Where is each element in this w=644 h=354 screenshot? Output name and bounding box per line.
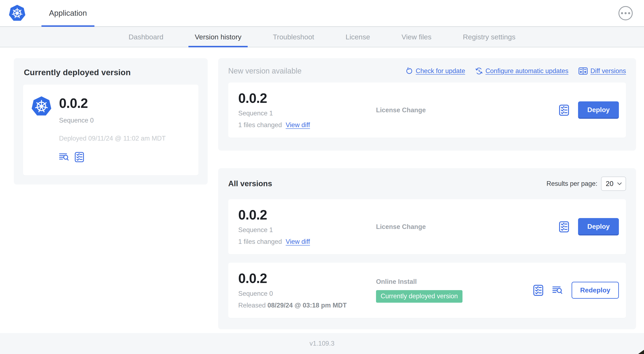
refresh-icon — [406, 67, 413, 75]
config-checklist-icon[interactable] — [74, 152, 84, 162]
check-for-update-link[interactable]: Check for update — [406, 67, 465, 75]
new-version-title: New version available — [228, 67, 302, 75]
deployed-version-number: 0.0.2 — [59, 96, 166, 110]
row-sequence: Sequence 0 — [238, 290, 376, 297]
results-per-page-label: Results per page: — [546, 180, 597, 187]
deployed-sequence: Sequence 0 — [59, 117, 166, 124]
row-status-label: License Change — [376, 223, 426, 231]
row-version-number: 0.0.2 — [238, 91, 376, 105]
app-footer: v1.109.3 — [0, 333, 644, 354]
view-diff-link[interactable]: View diff — [286, 238, 310, 245]
cursor-artifact — [638, 350, 644, 354]
console-version: v1.109.3 — [310, 340, 334, 347]
row-sequence: Sequence 1 — [238, 226, 376, 234]
all-versions-title: All versions — [228, 179, 272, 188]
auto-update-clock-icon — [475, 67, 483, 75]
ellipsis-icon — [621, 12, 623, 14]
kubernetes-logo-icon — [9, 5, 26, 22]
deploy-button[interactable]: Deploy — [578, 218, 619, 235]
new-version-section: New version available Check for update C… — [218, 58, 636, 151]
tab-version-history[interactable]: Version history — [188, 27, 248, 47]
row-files-changed: 1 files changed — [238, 238, 282, 245]
currently-deployed-title: Currently deployed version — [24, 68, 198, 77]
overflow-menu-button[interactable] — [618, 6, 633, 20]
currently-deployed-badge: Currently deployed version — [376, 290, 462, 303]
header-spacer — [94, 0, 618, 26]
diff-icon — [578, 67, 588, 75]
row-files-changed: 1 files changed — [238, 121, 282, 129]
deploy-logs-icon[interactable] — [552, 286, 563, 295]
tab-license[interactable]: License — [340, 27, 376, 47]
app-logo — [0, 0, 26, 26]
redeploy-button[interactable]: Redeploy — [572, 282, 619, 299]
app-nav-tabs: Dashboard Version history Troubleshoot L… — [0, 27, 644, 47]
new-version-row: 0.0.2 Sequence 1 1 files changedView dif… — [228, 83, 626, 138]
row-version-number: 0.0.2 — [238, 271, 376, 285]
deploy-logs-icon[interactable] — [59, 153, 69, 162]
version-row-sequence-0: 0.0.2 Sequence 0 Released 08/29/24 @ 03:… — [228, 263, 626, 318]
deploy-button[interactable]: Deploy — [578, 101, 619, 119]
row-status-label: License Change — [376, 106, 426, 114]
tab-registry-settings[interactable]: Registry settings — [456, 27, 522, 47]
currently-deployed-panel: Currently deployed version 0.0.2 Sequenc… — [14, 58, 208, 185]
kubernetes-app-icon — [32, 96, 52, 117]
row-status-label: Online Install — [376, 278, 417, 285]
tab-dashboard[interactable]: Dashboard — [122, 27, 170, 47]
tab-troubleshoot[interactable]: Troubleshoot — [266, 27, 320, 47]
all-versions-section: All versions Results per page: 20 0.0.2 … — [218, 168, 636, 329]
chevron-down-icon — [617, 182, 622, 185]
app-tab-label: Application — [49, 9, 87, 18]
released-timestamp: 08/29/24 @ 03:18 pm MDT — [268, 302, 347, 309]
config-checklist-icon[interactable] — [559, 221, 569, 232]
view-diff-link[interactable]: View diff — [286, 121, 310, 129]
app-header: Application — [0, 0, 644, 27]
currently-deployed-card: 0.0.2 Sequence 0 Deployed 09/11/24 @ 11:… — [23, 85, 198, 175]
row-sequence: Sequence 1 — [238, 110, 376, 117]
config-checklist-icon[interactable] — [559, 105, 569, 116]
deployed-timestamp: Deployed 09/11/24 @ 11:02 am MDT — [59, 135, 166, 142]
config-checklist-icon[interactable] — [533, 285, 544, 296]
version-row-sequence-1: 0.0.2 Sequence 1 1 files changedView dif… — [228, 199, 626, 254]
diff-versions-link[interactable]: Diff versions — [578, 67, 626, 75]
main-content: Currently deployed version 0.0.2 Sequenc… — [0, 47, 644, 333]
app-tab-application[interactable]: Application — [42, 0, 94, 26]
tab-view-files[interactable]: View files — [395, 27, 438, 47]
results-per-page-select[interactable]: 20 — [601, 177, 626, 191]
configure-automatic-updates-link[interactable]: Configure automatic updates — [475, 67, 568, 75]
row-version-number: 0.0.2 — [238, 208, 376, 222]
row-released-line: Released 08/29/24 @ 03:18 pm MDT — [238, 302, 376, 309]
